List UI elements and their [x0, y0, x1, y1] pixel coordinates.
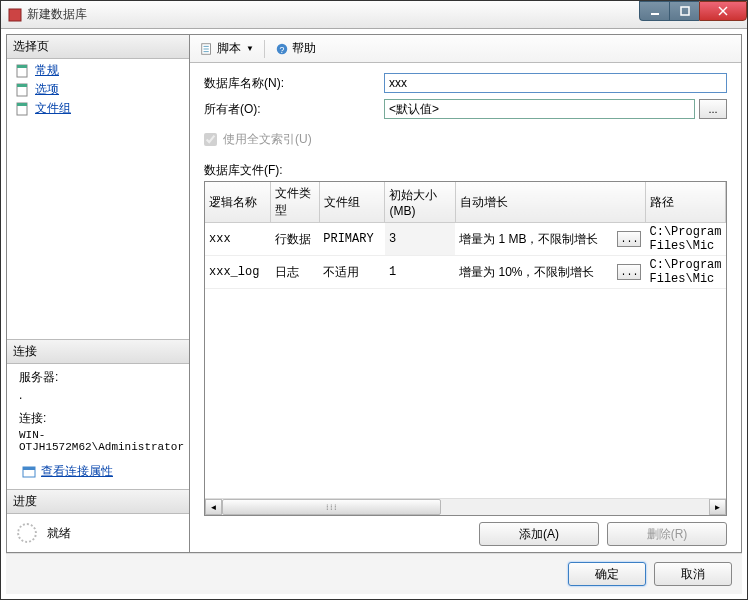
col-path[interactable]: 路径 — [645, 182, 725, 223]
script-button[interactable]: 脚本 ▼ — [196, 38, 258, 59]
files-label: 数据库文件(F): — [204, 162, 727, 179]
svg-text:?: ? — [279, 44, 284, 54]
sidebar-item-filegroups[interactable]: 文件组 — [7, 99, 189, 118]
remove-button: 删除(R) — [607, 522, 727, 546]
progress-status: 就绪 — [47, 525, 71, 542]
sidebar-item-general[interactable]: 常规 — [7, 61, 189, 80]
fulltext-checkbox — [204, 133, 217, 146]
db-name-input[interactable] — [384, 73, 727, 93]
minimize-button[interactable] — [639, 1, 669, 21]
cell-logical-name[interactable]: xxx_log — [205, 256, 271, 289]
add-button[interactable]: 添加(A) — [479, 522, 599, 546]
connection-header: 连接 — [7, 339, 189, 364]
script-icon — [200, 42, 214, 56]
cell-file-type[interactable]: 行数据 — [271, 223, 320, 256]
connection-label: 连接: — [13, 409, 183, 428]
dialog-buttons: 确定 取消 — [6, 553, 742, 594]
cell-file-group[interactable]: PRIMARY — [319, 223, 385, 256]
script-label: 脚本 — [217, 40, 241, 57]
cell-auto-grow[interactable]: 增量为 10%，不限制增长 — [455, 256, 613, 289]
cell-initial-size[interactable]: 3 — [385, 223, 455, 256]
sidebar: 选择页 常规 选项 文件组 连接 — [7, 35, 190, 552]
table-row[interactable]: xxx行数据PRIMARY3增量为 1 MB，不限制增长...C:\Progra… — [205, 223, 726, 256]
col-logical-name[interactable]: 逻辑名称 — [205, 182, 271, 223]
cell-file-type[interactable]: 日志 — [271, 256, 320, 289]
close-button[interactable] — [699, 1, 747, 21]
svg-rect-10 — [17, 103, 27, 106]
main-panel: 脚本 ▼ ? 帮助 数据库名称(N): 所有者(O): — [190, 35, 741, 552]
chevron-down-icon: ▼ — [246, 44, 254, 53]
svg-rect-8 — [17, 84, 27, 87]
cell-file-group[interactable]: 不适用 — [319, 256, 385, 289]
svg-rect-0 — [9, 9, 21, 21]
progress-row: 就绪 — [7, 514, 189, 552]
progress-header: 进度 — [7, 489, 189, 514]
sidebar-item-label: 常规 — [35, 62, 59, 79]
help-label: 帮助 — [292, 40, 316, 57]
col-auto-grow[interactable]: 自动增长 — [455, 182, 645, 223]
cell-grow-button[interactable]: ... — [613, 223, 645, 256]
page-list: 常规 选项 文件组 — [7, 59, 189, 120]
owner-input[interactable] — [384, 99, 695, 119]
fulltext-label: 使用全文索引(U) — [223, 131, 312, 148]
horizontal-scrollbar[interactable]: ◄ ⁞⁞⁞ ► — [205, 498, 726, 515]
cell-path[interactable]: C:\Program Files\Mic — [645, 223, 725, 256]
select-page-header: 选择页 — [7, 35, 189, 59]
col-file-type[interactable]: 文件类型 — [271, 182, 320, 223]
table-header-row: 逻辑名称 文件类型 文件组 初始大小(MB) 自动增长 路径 — [205, 182, 726, 223]
dialog-window: 新建数据库 选择页 常规 选项 — [0, 0, 748, 600]
sidebar-item-label: 选项 — [35, 81, 59, 98]
view-connection-properties[interactable]: 查看连接属性 — [13, 462, 183, 481]
files-table: 逻辑名称 文件类型 文件组 初始大小(MB) 自动增长 路径 xxx行数据PRI… — [204, 181, 727, 516]
maximize-button[interactable] — [669, 1, 699, 21]
cancel-button[interactable]: 取消 — [654, 562, 732, 586]
col-file-group[interactable]: 文件组 — [319, 182, 385, 223]
titlebar[interactable]: 新建数据库 — [1, 1, 747, 29]
server-value: . — [13, 387, 183, 403]
connection-value: WIN-OTJH1572M62\Administrator — [13, 428, 183, 454]
help-icon: ? — [275, 42, 289, 56]
toolbar: 脚本 ▼ ? 帮助 — [190, 35, 741, 63]
page-icon — [15, 82, 31, 98]
ok-button[interactable]: 确定 — [568, 562, 646, 586]
sidebar-item-label: 文件组 — [35, 100, 71, 117]
help-button[interactable]: ? 帮助 — [271, 38, 320, 59]
svg-rect-6 — [17, 65, 27, 68]
cell-path[interactable]: C:\Program Files\Mic — [645, 256, 725, 289]
cell-grow-button[interactable]: ... — [613, 256, 645, 289]
app-icon — [7, 7, 23, 23]
scroll-right-arrow[interactable]: ► — [709, 499, 726, 515]
cell-initial-size[interactable]: 1 — [385, 256, 455, 289]
cell-auto-grow[interactable]: 增量为 1 MB，不限制增长 — [455, 223, 613, 256]
progress-spinner-icon — [17, 523, 37, 543]
col-initial-size[interactable]: 初始大小(MB) — [385, 182, 455, 223]
scroll-track[interactable]: ⁞⁞⁞ — [222, 499, 709, 515]
page-icon — [15, 101, 31, 117]
cell-logical-name[interactable]: xxx — [205, 223, 271, 256]
svg-rect-12 — [23, 467, 35, 470]
table-row[interactable]: xxx_log日志不适用1增量为 10%，不限制增长...C:\Program … — [205, 256, 726, 289]
sidebar-item-options[interactable]: 选项 — [7, 80, 189, 99]
properties-icon — [21, 464, 37, 480]
db-name-label: 数据库名称(N): — [204, 75, 384, 92]
server-label: 服务器: — [13, 368, 183, 387]
view-connection-label: 查看连接属性 — [41, 463, 113, 480]
scroll-left-arrow[interactable]: ◄ — [205, 499, 222, 515]
owner-browse-button[interactable]: ... — [699, 99, 727, 119]
svg-rect-2 — [681, 7, 689, 15]
toolbar-separator — [264, 40, 265, 58]
owner-label: 所有者(O): — [204, 101, 384, 118]
page-icon — [15, 63, 31, 79]
scroll-thumb[interactable]: ⁞⁞⁞ — [222, 499, 441, 515]
